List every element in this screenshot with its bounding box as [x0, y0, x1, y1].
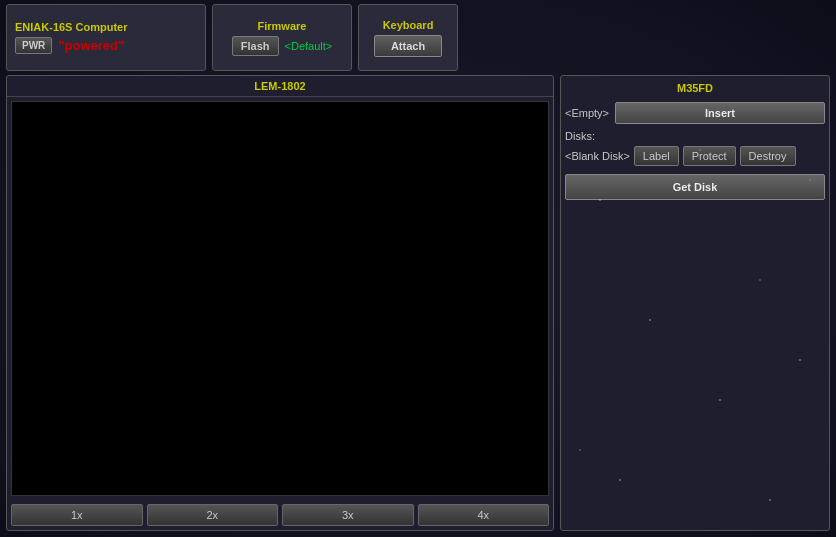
flash-button[interactable]: Flash — [232, 36, 279, 56]
keyboard-title: Keyboard — [383, 19, 434, 31]
lem-title: LEM-1802 — [7, 76, 553, 97]
attach-button[interactable]: Attach — [374, 35, 442, 57]
label-button[interactable]: Label — [634, 146, 679, 166]
firmware-default-label: <Default> — [285, 40, 333, 52]
keyboard-panel: Keyboard Attach — [358, 4, 458, 71]
get-disk-button[interactable]: Get Disk — [565, 174, 825, 200]
disks-label: Disks: — [565, 130, 825, 142]
zoom-4x-button[interactable]: 4x — [418, 504, 550, 526]
m35fd-title: M35FD — [565, 80, 825, 96]
eniak-title: ENIAK-16S Computer — [15, 21, 127, 33]
pwr-button[interactable]: PWR — [15, 37, 52, 54]
lem-panel: LEM-1802 1x 2x 3x 4x — [6, 75, 554, 531]
lem-screen — [11, 101, 549, 496]
destroy-button[interactable]: Destroy — [740, 146, 796, 166]
firmware-title: Firmware — [258, 20, 307, 32]
insert-button[interactable]: Insert — [615, 102, 825, 124]
zoom-2x-button[interactable]: 2x — [147, 504, 279, 526]
zoom-1x-button[interactable]: 1x — [11, 504, 143, 526]
blank-disk-label: <Blank Disk> — [565, 150, 630, 162]
m35fd-panel: M35FD <Empty> Insert Disks: <Blank Disk>… — [560, 75, 830, 531]
firmware-panel: Firmware Flash <Default> — [212, 4, 352, 71]
protect-button[interactable]: Protect — [683, 146, 736, 166]
power-status: "powered" — [58, 38, 124, 53]
disk-insert-row: <Empty> Insert — [565, 102, 825, 124]
eniak-panel: ENIAK-16S Computer PWR "powered" — [6, 4, 206, 71]
disk-actions-row: <Blank Disk> Label Protect Destroy — [565, 146, 825, 166]
lem-zoom-controls: 1x 2x 3x 4x — [7, 500, 553, 530]
zoom-3x-button[interactable]: 3x — [282, 504, 414, 526]
empty-label: <Empty> — [565, 107, 609, 119]
